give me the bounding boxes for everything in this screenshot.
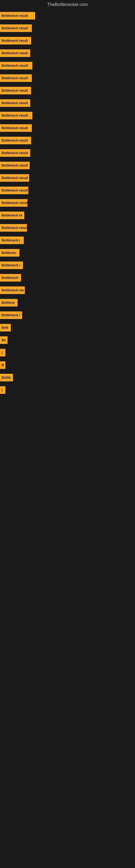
bar-23: Bottlene [0, 299, 17, 307]
bar-30: | [0, 386, 5, 394]
bar-row-13: Bottleneck result [0, 172, 135, 184]
bar-label-13: Bottleneck result [2, 176, 28, 180]
bar-label-23: Bottlene [2, 301, 14, 305]
bar-26: Bo [0, 336, 8, 344]
bar-28: B [0, 361, 5, 369]
bar-0: Bottleneck result [0, 12, 35, 20]
bar-24: Bottleneck r [0, 311, 22, 319]
bar-row-22: Bottleneck res [0, 284, 135, 296]
bar-label-21: Bottleneck [2, 276, 18, 280]
bar-row-29: Bottle [0, 372, 135, 383]
bar-label-14: Bottleneck result [2, 188, 28, 192]
bar-row-0: Bottleneck result [0, 10, 135, 22]
bar-label-16: Bottleneck re [2, 214, 22, 217]
bar-label-25: Bott [2, 326, 8, 330]
bar-row-5: Bottleneck result [0, 72, 135, 84]
bar-14: Bottleneck result [0, 187, 28, 194]
bar-label-4: Bottleneck result [2, 64, 28, 67]
bar-29: Bottle [0, 374, 13, 381]
bar-label-3: Bottleneck result [2, 51, 28, 55]
bar-row-7: Bottleneck result [0, 97, 135, 109]
bar-row-25: Bott [0, 322, 135, 334]
bar-row-2: Bottleneck result [0, 35, 135, 46]
bar-label-22: Bottleneck res [2, 288, 24, 292]
bar-3: Bottleneck result [0, 50, 30, 57]
bar-label-12: Bottleneck result [2, 163, 28, 167]
bar-11: Bottleneck result [0, 149, 30, 157]
bar-label-6: Bottleneck result [2, 89, 28, 93]
bar-label-15: Bottleneck result [2, 201, 28, 205]
bar-row-20: Bottleneck r [0, 259, 135, 271]
bar-label-10: Bottleneck result [2, 138, 28, 143]
bar-2: Bottleneck result [0, 37, 31, 44]
bar-row-26: Bo [0, 334, 135, 346]
bar-row-11: Bottleneck result [0, 147, 135, 159]
bar-5: Bottleneck result [0, 74, 32, 82]
bar-row-30: | [0, 384, 135, 396]
bar-17: Bottleneck result [0, 224, 27, 231]
bar-4: Bottleneck result [0, 62, 32, 69]
bar-row-3: Bottleneck result [0, 47, 135, 59]
bar-label-5: Bottleneck result [2, 76, 28, 80]
bar-row-8: Bottleneck result [0, 110, 135, 122]
bar-8: Bottleneck result [0, 112, 32, 119]
bar-row-16: Bottleneck re [0, 209, 135, 221]
bar-label-2: Bottleneck result [2, 39, 28, 42]
bar-label-0: Bottleneck result [2, 14, 28, 18]
bar-label-24: Bottleneck r [2, 313, 20, 317]
bar-27: | [0, 349, 5, 356]
bar-row-28: B [0, 359, 135, 371]
bar-row-6: Bottleneck result [0, 85, 135, 97]
bar-row-19: Bottlenec [0, 247, 135, 259]
bar-7: Bottleneck result [0, 99, 30, 107]
bar-row-14: Bottleneck result [0, 184, 135, 196]
bar-21: Bottleneck [0, 274, 21, 282]
bar-label-19: Bottlenec [2, 251, 16, 255]
bar-label-26: Bo [2, 338, 6, 342]
bar-10: Bottleneck result [0, 137, 31, 144]
bar-row-27: | [0, 347, 135, 359]
bar-label-27: | [2, 351, 2, 354]
bar-22: Bottleneck res [0, 286, 25, 294]
site-title: TheBottlenecker.com [0, 0, 135, 9]
bar-label-11: Bottleneck result [2, 151, 28, 155]
bar-25: Bott [0, 324, 11, 332]
bar-row-24: Bottleneck r [0, 309, 135, 321]
bar-label-1: Bottleneck result [2, 26, 28, 30]
bar-16: Bottleneck re [0, 212, 24, 219]
bar-row-18: Bottleneck r [0, 235, 135, 246]
bar-12: Bottleneck result [0, 162, 30, 169]
bar-15: Bottleneck result [0, 199, 28, 207]
bar-label-7: Bottleneck result [2, 101, 28, 105]
bar-label-18: Bottleneck r [2, 239, 20, 242]
bar-label-30: | [2, 388, 2, 392]
bar-row-12: Bottleneck result [0, 159, 135, 172]
bar-9: Bottleneck result [0, 124, 32, 132]
bar-row-17: Bottleneck result [0, 222, 135, 234]
bar-label-9: Bottleneck result [2, 126, 28, 130]
bar-label-8: Bottleneck result [2, 114, 28, 118]
bar-label-29: Bottle [2, 376, 11, 379]
bar-1: Bottleneck result [0, 24, 32, 32]
bar-label-17: Bottleneck result [2, 226, 27, 230]
bar-19: Bottlenec [0, 249, 19, 257]
bar-6: Bottleneck result [0, 87, 31, 94]
bar-row-23: Bottlene [0, 297, 135, 309]
bar-13: Bottleneck result [0, 174, 29, 182]
bar-row-9: Bottleneck result [0, 122, 135, 134]
bar-20: Bottleneck r [0, 261, 23, 269]
bar-row-1: Bottleneck result [0, 22, 135, 34]
bar-row-15: Bottleneck result [0, 197, 135, 209]
bar-label-28: B [2, 363, 4, 367]
bar-18: Bottleneck r [0, 237, 24, 244]
bar-label-20: Bottleneck r [2, 264, 20, 267]
bar-row-10: Bottleneck result [0, 134, 135, 147]
bar-row-21: Bottleneck [0, 272, 135, 284]
bar-row-4: Bottleneck result [0, 60, 135, 72]
